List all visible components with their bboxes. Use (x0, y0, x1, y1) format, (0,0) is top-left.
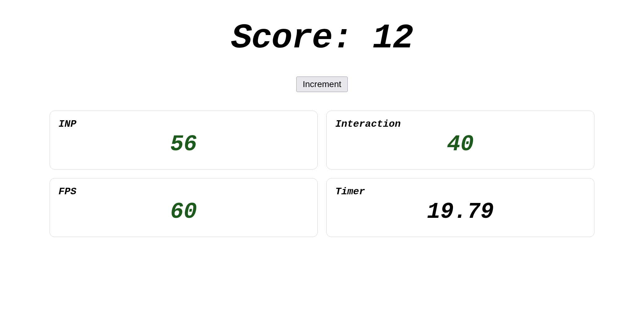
metrics-grid: INP 56 Interaction 40 FPS 60 Timer 19.79 (50, 111, 594, 237)
metric-card-fps: FPS 60 (50, 178, 318, 237)
metric-value-interaction: 40 (335, 132, 585, 157)
metric-value-timer: 19.79 (335, 200, 585, 224)
score-heading: Score: 12 (50, 19, 594, 58)
increment-button[interactable]: Increment (296, 77, 348, 92)
metric-card-inp: INP 56 (50, 111, 318, 169)
controls-row: Increment (50, 77, 594, 92)
metric-label-fps: FPS (59, 186, 309, 197)
metric-card-interaction: Interaction 40 (326, 111, 594, 169)
metric-value-fps: 60 (59, 200, 309, 224)
app-container: Score: 12 Increment INP 56 Interaction 4… (25, 6, 619, 249)
metric-label-interaction: Interaction (335, 118, 585, 130)
score-value: 12 (372, 19, 413, 58)
metric-label-inp: INP (59, 118, 309, 130)
score-label: Score: (231, 19, 352, 58)
metric-label-timer: Timer (335, 186, 585, 197)
metric-card-timer: Timer 19.79 (326, 178, 594, 237)
metric-value-inp: 56 (59, 132, 309, 157)
